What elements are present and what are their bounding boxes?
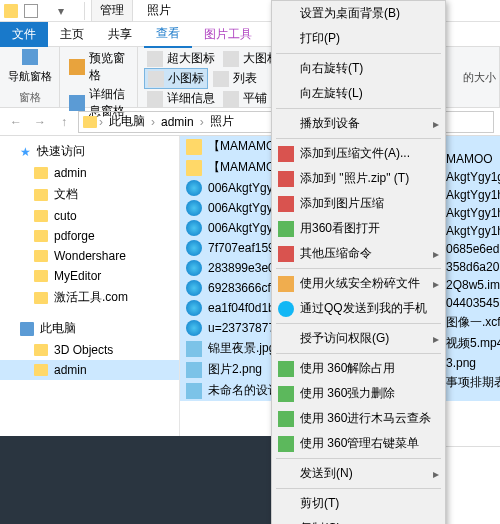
sidebar-admin2[interactable]: admin [0,360,179,380]
background-app [0,436,280,524]
file-icon [186,383,202,399]
sidebar-3d[interactable]: 3D Objects [0,340,179,360]
ctx-morezip[interactable]: 其他压缩命令▸ [272,241,445,266]
360-icon [278,386,294,402]
ctx-forcedel[interactable]: 使用 360强力删除 [272,381,445,406]
tab-tools[interactable]: 图片工具 [192,22,264,47]
tab-home[interactable]: 主页 [48,22,96,47]
360-icon [278,411,294,427]
doc-icon [24,4,38,18]
sidebar-cuto[interactable]: cuto [0,206,179,226]
titlebar-manage[interactable]: 管理 [91,0,133,22]
file-icon [186,240,202,256]
360-icon [278,221,294,237]
ctx-rotl[interactable]: 向左旋转(L) [272,81,445,106]
file-icon [186,280,202,296]
ctx-setbg[interactable]: 设置为桌面背景(B) [272,1,445,26]
file-icon [186,300,202,316]
file-icon [186,220,202,236]
ctx-qq[interactable]: 通过QQ发送到我的手机 [272,296,445,321]
sidebar-wonder[interactable]: Wondershare [0,246,179,266]
file-icon [186,200,202,216]
tab-view[interactable]: 查看 [144,21,192,48]
ctx-rotr[interactable]: 向右旋转(T) [272,56,445,81]
ctx-print[interactable]: 打印(P) [272,26,445,51]
nav-up[interactable]: ↑ [54,112,74,132]
ctx-copy[interactable]: 复制(C) [272,516,445,524]
titlebar-photos: 照片 [139,0,179,21]
360-icon [278,436,294,452]
ctx-sendto[interactable]: 发送到(N)▸ [272,461,445,486]
context-menu: 设置为桌面背景(B) 打印(P) 向右旋转(T) 向左旋转(L) 播放到设备▸ … [271,0,446,524]
ctx-360pic[interactable]: 用360看图打开 [272,216,445,241]
sidebar-thispc[interactable]: 此电脑 [0,317,179,340]
zip-icon [278,196,294,212]
zip-icon [278,171,294,187]
file-icon [186,320,202,336]
sidebar-docs[interactable]: 文档 [0,183,179,206]
sidebar-admin[interactable]: admin [0,163,179,183]
ctx-cloud[interactable]: 使用 360进行木马云查杀 [272,406,445,431]
sidebar-act[interactable]: 激活工具.com [0,286,179,309]
file-icon [186,260,202,276]
ctx-mgr[interactable]: 使用 360管理右键菜单 [272,431,445,456]
tab-share[interactable]: 共享 [96,22,144,47]
tab-file[interactable]: 文件 [0,22,48,47]
360-icon [278,361,294,377]
sidebar-quick[interactable]: ★快速访问 [0,140,179,163]
sidebar-editor[interactable]: MyEditor [0,266,179,286]
ctx-extract[interactable]: 添加到图片压缩 [272,191,445,216]
ctx-shred[interactable]: 使用火绒安全粉碎文件▸ [272,271,445,296]
folder-icon [4,4,18,18]
zip-icon [278,246,294,262]
file-icon [186,139,202,155]
ctx-cut[interactable]: 剪切(T) [272,491,445,516]
file-icon [186,180,202,196]
ctx-addto[interactable]: 添加到 "照片.zip" (T) [272,166,445,191]
nav-pane[interactable]: 导航窗格 [8,69,52,84]
nav-fwd[interactable]: → [30,112,50,132]
file-icon [186,341,202,357]
sidebar-pdf[interactable]: pdforge [0,226,179,246]
shred-icon [278,276,294,292]
file-icon [186,362,202,378]
ctx-cast[interactable]: 播放到设备▸ [272,111,445,136]
ctx-perm[interactable]: 授予访问权限(G)▸ [272,326,445,351]
qq-icon [278,301,294,317]
zip-icon [278,146,294,162]
ctx-exclude[interactable]: 使用 360解除占用 [272,356,445,381]
nav-back[interactable]: ← [6,112,26,132]
ctx-addzip[interactable]: 添加到压缩文件(A)... [272,141,445,166]
file-icon [186,160,202,176]
